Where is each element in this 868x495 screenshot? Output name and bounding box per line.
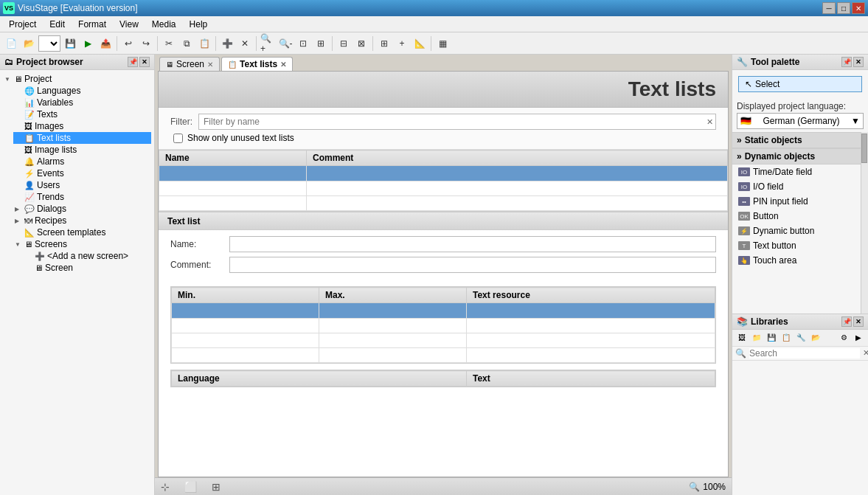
align-right-button[interactable]: ⊠ xyxy=(353,35,369,52)
lib-btn-1[interactable]: 🖼 xyxy=(735,331,749,345)
maximize-button[interactable]: □ xyxy=(837,2,850,14)
unused-checkbox[interactable] xyxy=(173,134,183,143)
name-input[interactable] xyxy=(229,236,716,252)
search-clear-icon[interactable]: ✕ xyxy=(863,348,868,358)
tree-item-images[interactable]: 🖼 Images xyxy=(13,120,151,132)
grid-button[interactable]: ⊞ xyxy=(376,35,392,52)
minmax-row[interactable] xyxy=(172,303,715,319)
lib-settings-button[interactable]: ⚙ xyxy=(837,331,850,345)
palette-item-pininput[interactable]: •• PIN input field xyxy=(732,194,861,209)
tree-item-alarms[interactable]: 🔔 Alarms xyxy=(13,156,151,167)
grid-view-button[interactable]: ▦ xyxy=(434,35,451,52)
palette-pin-button[interactable]: 📌 xyxy=(841,57,852,67)
tree-item-recipes[interactable]: ▶ 🍽 Recipes xyxy=(13,215,151,226)
libraries-close-button[interactable]: ✕ xyxy=(853,316,864,327)
menu-project[interactable]: Project xyxy=(3,18,42,31)
zoom-fit-button[interactable]: ⊡ xyxy=(295,35,311,52)
align-left-button[interactable]: ⊟ xyxy=(336,35,352,52)
snap-button[interactable]: + xyxy=(394,35,410,52)
cut-button[interactable]: ✂ xyxy=(161,35,177,52)
tree-item-screen[interactable]: 🖥 Screen xyxy=(24,262,151,274)
lib-btn-5[interactable]: 🔧 xyxy=(794,331,808,345)
delete-button[interactable]: ✕ xyxy=(237,35,253,52)
tree-item-project[interactable]: ▼ 🖥 Project xyxy=(3,73,151,85)
export-button[interactable]: 📤 xyxy=(97,35,114,52)
menu-view[interactable]: View xyxy=(114,18,145,31)
minmax-row[interactable] xyxy=(172,348,715,363)
open-button[interactable]: 📂 xyxy=(21,35,37,52)
status-move-icon[interactable]: ⊞ xyxy=(212,481,221,493)
minmax-row[interactable] xyxy=(172,319,715,333)
tab-textlists-close[interactable]: ✕ xyxy=(280,60,286,69)
comment-input[interactable] xyxy=(229,257,716,273)
scrollbar-thumb[interactable] xyxy=(861,134,867,163)
save-button[interactable]: 💾 xyxy=(62,35,78,52)
libraries-search-input[interactable] xyxy=(749,348,860,359)
minimize-button[interactable]: ─ xyxy=(822,2,836,14)
menu-format[interactable]: Format xyxy=(72,18,112,31)
tree-item-texts[interactable]: 📝 Texts xyxy=(13,108,151,120)
tree-item-screens[interactable]: ▼ 🖥 Screens xyxy=(13,238,151,250)
tree-item-trends[interactable]: 📈 Trends xyxy=(13,191,151,203)
palette-item-iofield[interactable]: IO I/O field xyxy=(732,179,861,194)
status-select-icon[interactable]: ⊹ xyxy=(161,481,170,493)
tree-item-add-screen[interactable]: ➕ <Add a new screen> xyxy=(24,250,151,262)
menu-media[interactable]: Media xyxy=(146,18,182,31)
lang-table: Language Text xyxy=(171,370,715,387)
status-rect-icon[interactable]: ⬜ xyxy=(184,481,197,493)
filter-clear-icon[interactable]: ✕ xyxy=(706,117,713,127)
tree-item-events[interactable]: ⚡ Events xyxy=(13,167,151,179)
palette-item-textbutton[interactable]: T Text button xyxy=(732,238,861,253)
table-row[interactable] xyxy=(159,196,728,211)
redo-button[interactable]: ↪ xyxy=(138,35,154,52)
palette-scrollbar[interactable] xyxy=(861,132,868,314)
palette-item-timedatefield[interactable]: IO Time/Date field xyxy=(732,165,861,179)
select-button[interactable]: ↖ Select xyxy=(738,76,862,92)
paste-button[interactable]: 📋 xyxy=(196,35,212,52)
tree-item-variables[interactable]: 📊 Variables xyxy=(13,97,151,108)
file-dropdown[interactable] xyxy=(38,35,60,52)
minmax-row[interactable] xyxy=(172,333,715,348)
zoom-in-button[interactable]: 🔍+ xyxy=(260,35,276,52)
palette-item-toucharea[interactable]: 👆 Touch area xyxy=(732,253,861,268)
zoom-out-button[interactable]: 🔍- xyxy=(277,35,294,52)
add-button[interactable]: ➕ xyxy=(219,35,235,52)
tree-item-users[interactable]: 👤 Users xyxy=(13,179,151,191)
coords-button[interactable]: 📐 xyxy=(412,35,428,52)
tree-item-dialogs[interactable]: ▶ 💬 Dialogs xyxy=(13,203,151,215)
tree-item-languages[interactable]: 🌐 Languages xyxy=(13,85,151,97)
lib-btn-6[interactable]: 📂 xyxy=(809,331,822,345)
tab-screen-close[interactable]: ✕ xyxy=(207,60,213,69)
table-row[interactable] xyxy=(159,181,728,196)
lib-btn-4[interactable]: 📋 xyxy=(780,331,793,345)
lang-dropdown[interactable]: 🇩🇪 German (Germany) ▼ xyxy=(737,113,864,129)
close-button[interactable]: ✕ xyxy=(852,2,865,14)
browser-pin-button[interactable]: 📌 xyxy=(128,57,138,67)
dynamic-objects-section[interactable]: » Dynamic objects xyxy=(732,148,861,165)
libraries-pin-button[interactable]: 📌 xyxy=(841,316,852,327)
tree-item-screentemplates[interactable]: 📐 Screen templates xyxy=(13,226,151,238)
menu-help[interactable]: Help xyxy=(184,18,214,31)
copy-button[interactable]: ⧉ xyxy=(178,35,195,52)
tree-item-imagelists[interactable]: 🖼 Image lists xyxy=(13,144,151,156)
static-objects-section[interactable]: » Static objects xyxy=(732,132,861,148)
new-button[interactable]: 📄 xyxy=(3,35,19,52)
libraries-icon: 📚 xyxy=(737,316,748,327)
lib-btn-2[interactable]: 📁 xyxy=(750,331,763,345)
tree-item-textlists[interactable]: 📋 Text lists xyxy=(13,132,151,144)
palette-close-button[interactable]: ✕ xyxy=(853,57,864,67)
palette-item-button[interactable]: OK Button xyxy=(732,209,861,224)
undo-button[interactable]: ↩ xyxy=(120,35,136,52)
table-row[interactable] xyxy=(159,166,728,181)
browser-close-button[interactable]: ✕ xyxy=(139,57,150,67)
lib-btn-3[interactable]: 💾 xyxy=(765,331,778,345)
tab-textlists[interactable]: 📋 Text lists ✕ xyxy=(221,57,293,71)
app-icon: VS xyxy=(3,2,15,14)
tab-screen[interactable]: 🖥 Screen ✕ xyxy=(159,57,220,71)
menu-edit[interactable]: Edit xyxy=(44,18,71,31)
zoom-select-button[interactable]: ⊞ xyxy=(313,35,329,52)
lib-arrow-button[interactable]: ▶ xyxy=(852,331,865,345)
filter-input[interactable] xyxy=(198,114,716,130)
palette-item-dynamicbutton[interactable]: ⚡ Dynamic button xyxy=(732,224,861,238)
run-button[interactable]: ▶ xyxy=(80,35,96,52)
